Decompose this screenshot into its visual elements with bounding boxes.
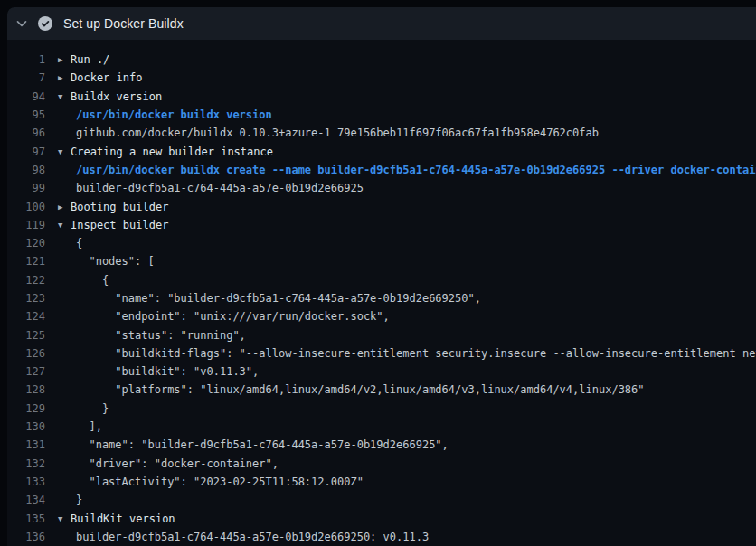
line-number-link[interactable]: 126 xyxy=(7,347,45,360)
line-number-link[interactable]: 133 xyxy=(7,475,45,488)
log-line: 123 "name": "builder-d9cfb5a1-c764-445a-… xyxy=(7,289,756,307)
disclosure-triangle-icon[interactable]: ▼ xyxy=(45,514,71,523)
log-line[interactable]: 97 ▼ Creating a new builder instance xyxy=(7,142,756,160)
log-text: /usr/bin/docker buildx version xyxy=(76,108,272,121)
log-line: 120 { xyxy=(7,234,756,252)
line-number-link[interactable]: 128 xyxy=(7,383,45,396)
line-number-link[interactable]: 96 xyxy=(7,127,45,139)
log-text: Creating a new builder instance xyxy=(71,146,273,158)
step-log-card: Set up Docker Buildx 1 ▶ Run ./ 7 ▶ Dock… xyxy=(7,7,756,546)
log-text: { xyxy=(76,274,109,287)
log-text: "buildkitd-flags": "--allow-insecure-ent… xyxy=(76,347,756,360)
step-title: Set up Docker Buildx xyxy=(63,16,184,31)
line-number-link[interactable]: 120 xyxy=(7,237,45,249)
log-text: /usr/bin/docker buildx create --name bui… xyxy=(76,164,756,176)
log-line: 121 "nodes": [ xyxy=(7,252,756,270)
log-line[interactable]: 119 ▼ Inspect builder xyxy=(7,216,756,234)
status-success-icon xyxy=(38,16,52,31)
log-line: 128 "platforms": "linux/amd64,linux/amd6… xyxy=(7,381,756,399)
line-number-link[interactable]: 98 xyxy=(7,164,45,176)
line-number-link[interactable]: 123 xyxy=(7,292,45,305)
log-text: { xyxy=(76,237,82,249)
log-text: Inspect builder xyxy=(71,219,168,231)
disclosure-triangle-icon[interactable]: ▶ xyxy=(45,55,71,64)
log-text: Docker info xyxy=(71,71,142,84)
line-number-link[interactable]: 129 xyxy=(7,402,45,415)
log-line: 133 "lastActivity": "2023-02-25T11:58:12… xyxy=(7,473,756,491)
line-number-link[interactable]: 121 xyxy=(7,255,45,268)
log-line: 129 } xyxy=(7,400,756,418)
log-line[interactable]: 7 ▶ Docker info xyxy=(7,69,756,87)
line-number-link[interactable]: 94 xyxy=(7,90,45,103)
log-text: "driver": "docker-container", xyxy=(76,457,279,470)
log-text: "buildkit": "v0.11.3", xyxy=(76,365,259,378)
log-line: 122 { xyxy=(7,271,756,289)
log-line: 127 "buildkit": "v0.11.3", xyxy=(7,362,756,381)
line-number-link[interactable]: 99 xyxy=(7,182,45,194)
log-text: } xyxy=(76,402,109,415)
log-line: 98 /usr/bin/docker buildx create --name … xyxy=(7,161,756,179)
log-text: "status": "running", xyxy=(76,329,246,342)
log-line[interactable]: 100 ▶ Booting builder xyxy=(7,197,756,215)
log-text: "platforms": "linux/amd64,linux/amd64/v2… xyxy=(76,383,645,396)
line-number-link[interactable]: 122 xyxy=(7,274,45,287)
log-text: BuildKit version xyxy=(71,513,175,525)
disclosure-triangle-icon[interactable]: ▶ xyxy=(45,202,71,212)
line-number-link[interactable]: 132 xyxy=(7,457,45,470)
log-text: Run ./ xyxy=(71,53,109,66)
step-header[interactable]: Set up Docker Buildx xyxy=(7,7,756,40)
log-line: 131 "name": "builder-d9cfb5a1-c764-445a-… xyxy=(7,436,756,454)
line-number-link[interactable]: 134 xyxy=(7,494,45,506)
log-text: github.com/docker/buildx 0.10.3+azure-1 … xyxy=(76,127,599,139)
line-number-link[interactable]: 127 xyxy=(7,365,45,378)
line-number-link[interactable]: 130 xyxy=(7,420,45,433)
log-line: 96 github.com/docker/buildx 0.10.3+azure… xyxy=(7,124,756,142)
log-text: "name": "builder-d9cfb5a1-c764-445a-a57e… xyxy=(76,438,449,451)
disclosure-triangle-icon[interactable]: ▼ xyxy=(45,147,71,156)
log-line[interactable]: 1 ▶ Run ./ xyxy=(7,51,756,69)
line-number-link[interactable]: 125 xyxy=(7,329,45,342)
log-line: 95 /usr/bin/docker buildx version xyxy=(7,106,756,124)
log-text: } xyxy=(76,494,82,506)
log-text: builder-d9cfb5a1-c764-445a-a57e-0b19d2e6… xyxy=(76,531,429,543)
log-line: 132 "driver": "docker-container", xyxy=(7,455,756,473)
log-lines: 1 ▶ Run ./ 7 ▶ Docker info 94 ▼ Buildx v… xyxy=(7,40,756,546)
log-text: "nodes": [ xyxy=(76,255,155,268)
log-line[interactable]: 135 ▼ BuildKit version xyxy=(7,509,756,527)
log-text: ], xyxy=(76,420,102,433)
log-line: 99 builder-d9cfb5a1-c764-445a-a57e-0b19d… xyxy=(7,179,756,197)
log-text: "endpoint": "unix:///var/run/docker.sock… xyxy=(76,310,390,323)
line-number-link[interactable]: 119 xyxy=(7,219,45,231)
line-number-link[interactable]: 131 xyxy=(7,438,45,451)
line-number-link[interactable]: 95 xyxy=(7,108,45,121)
log-line[interactable]: 94 ▼ Buildx version xyxy=(7,88,756,106)
line-number-link[interactable]: 135 xyxy=(7,513,45,525)
line-number-link[interactable]: 124 xyxy=(7,310,45,323)
log-line: 130 ], xyxy=(7,418,756,436)
log-line: 134 } xyxy=(7,491,756,509)
log-line: 126 "buildkitd-flags": "--allow-insecure… xyxy=(7,344,756,362)
log-line: 125 "status": "running", xyxy=(7,325,756,344)
log-text: Booting builder xyxy=(71,201,168,213)
log-text: "name": "builder-d9cfb5a1-c764-445a-a57e… xyxy=(76,292,481,305)
disclosure-triangle-icon[interactable]: ▼ xyxy=(45,221,71,230)
log-text: builder-d9cfb5a1-c764-445a-a57e-0b19d2e6… xyxy=(76,182,364,194)
line-number-link[interactable]: 136 xyxy=(7,531,45,543)
chevron-down-icon[interactable] xyxy=(14,16,29,31)
disclosure-triangle-icon[interactable]: ▼ xyxy=(45,92,71,101)
line-number-link[interactable]: 100 xyxy=(7,201,45,213)
log-line: 124 "endpoint": "unix:///var/run/docker.… xyxy=(7,307,756,325)
line-number-link[interactable]: 97 xyxy=(7,146,45,158)
line-number-link[interactable]: 7 xyxy=(7,71,45,84)
line-number-link[interactable]: 1 xyxy=(7,53,45,66)
log-text: "lastActivity": "2023-02-25T11:58:12.000… xyxy=(76,475,364,488)
log-text: Buildx version xyxy=(71,90,162,103)
disclosure-triangle-icon[interactable]: ▶ xyxy=(45,73,71,82)
log-line: 136 builder-d9cfb5a1-c764-445a-a57e-0b19… xyxy=(7,528,756,546)
